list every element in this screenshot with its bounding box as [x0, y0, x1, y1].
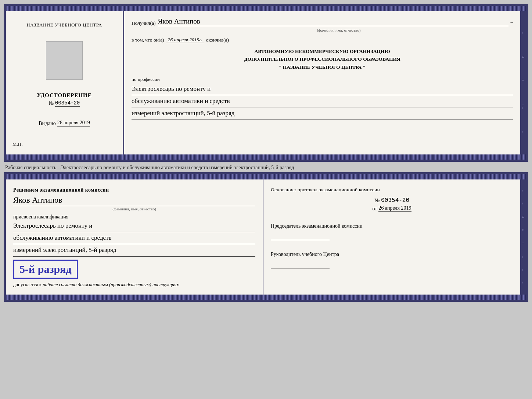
fio-subtitle: (фамилия, имя, отчество)	[165, 28, 513, 32]
right-side-deco3: а	[521, 80, 525, 82]
protocol-number: 00354-20	[381, 197, 409, 204]
right-side-deco-b6: –	[521, 256, 525, 259]
date-value: 26 апреля 2019г.	[166, 37, 204, 43]
prisvoena-label: присвоена квалификация	[13, 214, 255, 220]
number-prefix-bottom: №	[374, 197, 380, 204]
org-line2: ДОПОЛНИТЕЛЬНОГО ПРОФЕССИОНАЛЬНОГО ОБРАЗО…	[132, 55, 513, 63]
ot-label: от	[372, 206, 377, 212]
predsedatel-signature	[271, 233, 330, 240]
qual-line3: измерений электростанций, 5-й разряд	[13, 244, 255, 256]
rank-badge: 5-й разряд	[13, 260, 78, 279]
recipient-name: Яков Антипов	[158, 18, 508, 26]
right-side-deco-b8: –	[521, 282, 525, 284]
org-line3: " НАЗВАНИЕ УЧЕБНОГО ЦЕНТРА "	[132, 63, 513, 71]
vydano-date: 26 апреля 2019	[57, 120, 90, 127]
person-name-bottom: Яков Антипов	[13, 195, 255, 206]
cert-title: УДОСТОВЕРЕНИЕ	[37, 92, 92, 99]
predsedatel-title: Председатель экзаменационной комиссии	[271, 222, 513, 230]
right-side-deco-b3: И	[521, 215, 525, 219]
vtom-label: в том, что он(а)	[132, 37, 164, 43]
dopuskaetsya-text: работе согласно должностным (производств…	[43, 281, 179, 288]
fio-sub-bottom: (фамилия, имя, отчество)	[13, 207, 255, 211]
poluchil-label: Получил(а)	[132, 20, 156, 26]
okonchil-label: окончил(а)	[206, 37, 229, 43]
dopuskaetsya-label: допускается к	[13, 281, 42, 288]
org-line1: АВТОНОМНУЮ НЕКОММЕРЧЕСКУЮ ОРГАНИЗАЦИЮ	[132, 47, 513, 56]
mp-label: М.П.	[12, 141, 22, 147]
cert-number: 00354-20	[55, 100, 80, 107]
rukovoditel-signature	[271, 261, 330, 268]
org-name-top: НАЗВАНИЕ УЧЕБНОГО ЦЕНТРА	[26, 21, 102, 29]
right-side-deco2: И	[521, 56, 525, 59]
cert-number-prefix: №	[49, 100, 54, 106]
profession-line1: Электрослесарь по ремонту и	[132, 83, 513, 95]
osnovanie-label: Основание: протокол экзаменационной коми…	[271, 186, 513, 193]
profession-line2: обслуживанию автоматики и средств	[132, 95, 513, 107]
right-side-deco4: ←–	[521, 103, 525, 110]
vydano-label: Выдано	[39, 121, 56, 127]
qual-line1: Электрослесарь по ремонту и	[13, 220, 255, 232]
right-side-deco-b4: а	[521, 229, 525, 231]
ot-date: 26 апреля 2019	[378, 205, 411, 212]
udostoverenie-block: УДОСТОВЕРЕНИЕ № 00354-20	[37, 92, 92, 107]
separator-text: Рабочая специальность - Электрослесарь п…	[4, 162, 528, 172]
cert-image-placeholder	[46, 41, 83, 80]
resheniem-title: Решением экзаменационной комиссии	[13, 186, 255, 194]
right-side-deco5: –	[521, 131, 525, 133]
profession-line3: измерений электростанций, 5-й разряд	[132, 107, 513, 120]
right-side-deco-b7: –	[521, 269, 525, 272]
rukovoditel-title: Руководитель учебного Центра	[271, 250, 513, 258]
po-professii-label: по профессии	[132, 76, 513, 82]
right-side-deco-b1: –	[521, 190, 525, 192]
right-side-deco-b2: –	[521, 203, 525, 205]
right-side-deco-b5: ←	[521, 242, 525, 246]
qual-line2: обслуживанию автоматики и средств	[13, 232, 255, 244]
right-side-deco: –	[521, 32, 525, 35]
